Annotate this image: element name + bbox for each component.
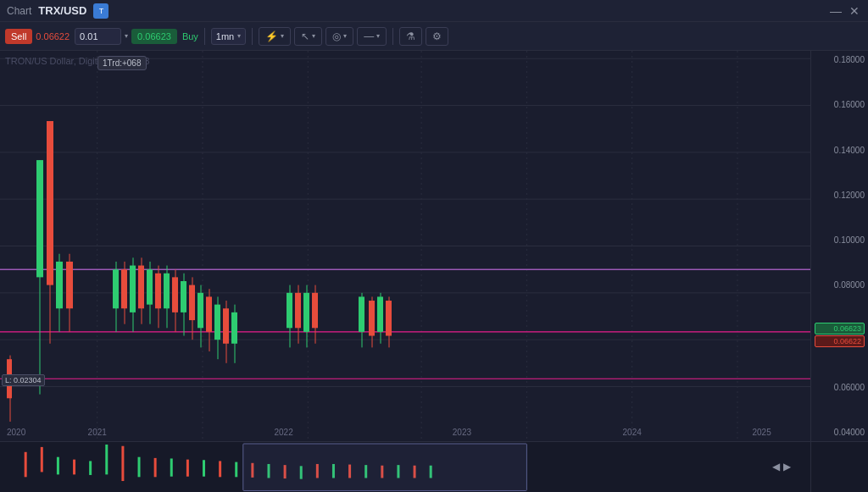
- svg-rect-49: [198, 293, 203, 328]
- svg-rect-77: [73, 460, 75, 475]
- svg-rect-21: [47, 121, 53, 285]
- bottom-nav: ◀ ▶: [753, 442, 810, 492]
- svg-rect-57: [231, 312, 237, 344]
- nav-left-arrow[interactable]: ◀: [772, 461, 780, 473]
- buy-price-button[interactable]: 0.06623: [131, 29, 177, 44]
- svg-rect-19: [36, 160, 43, 277]
- svg-rect-33: [130, 266, 136, 312]
- svg-rect-53: [214, 305, 220, 340]
- price-label-008: 0.08000: [815, 280, 865, 290]
- sell-price: 0.06622: [36, 31, 70, 41]
- svg-rect-69: [369, 301, 375, 335]
- crosshair-chevron: ▾: [343, 32, 347, 40]
- svg-rect-80: [121, 446, 124, 481]
- mini-chart-svg: [0, 442, 810, 492]
- line-tool[interactable]: — ▾: [357, 27, 387, 46]
- svg-rect-47: [189, 285, 195, 320]
- price-label-016: 0.16000: [815, 100, 865, 109]
- chart-canvas: [0, 51, 810, 441]
- buy-price-badge: 0.06623: [815, 323, 865, 334]
- svg-rect-67: [359, 296, 364, 331]
- title-bar-left: Chart TRX/USD T: [7, 3, 108, 19]
- crosshair-tool[interactable]: ◎ ▾: [326, 27, 353, 46]
- line-icon: —: [364, 30, 374, 42]
- svg-rect-39: [155, 274, 161, 308]
- symbol-icon: T: [93, 3, 108, 19]
- svg-rect-82: [154, 458, 157, 477]
- svg-rect-85: [203, 460, 205, 476]
- cursor-chevron: ▾: [312, 32, 315, 40]
- svg-rect-75: [41, 447, 43, 473]
- svg-rect-65: [312, 293, 318, 328]
- quantity-input[interactable]: [75, 28, 121, 45]
- svg-rect-61: [295, 293, 301, 328]
- svg-rect-74: [25, 452, 27, 478]
- svg-rect-25: [66, 262, 73, 308]
- sell-price-badge: 0.06622: [815, 335, 865, 347]
- svg-rect-45: [181, 281, 186, 312]
- svg-rect-59: [287, 293, 292, 328]
- time-label-2025: 2025: [753, 428, 771, 437]
- svg-rect-86: [219, 461, 221, 477]
- svg-rect-37: [147, 269, 153, 304]
- indicators-icon: ⚡: [265, 30, 278, 42]
- time-axis: 2020 2021 2022 2023 2024 2025: [0, 428, 810, 441]
- settings-button[interactable]: ⚙: [426, 27, 448, 46]
- crosshair-icon: ◎: [332, 30, 341, 42]
- svg-rect-55: [223, 308, 229, 343]
- indicators-button[interactable]: ⚡ ▾: [259, 27, 291, 46]
- svg-rect-73: [386, 301, 392, 335]
- svg-rect-84: [186, 460, 189, 477]
- svg-rect-76: [57, 457, 59, 475]
- separator-2: [252, 28, 253, 45]
- line-chevron: ▾: [376, 32, 380, 40]
- gear-icon: ⚙: [432, 30, 442, 42]
- symbol-label: TRX/USD: [38, 4, 86, 17]
- title-bar: Chart TRX/USD T — ✕: [0, 0, 868, 22]
- interval-dropdown[interactable]: 1mn ▾: [211, 28, 246, 45]
- svg-rect-83: [170, 458, 173, 476]
- time-label-2021: 2021: [88, 428, 107, 437]
- time-label-2023: 2023: [453, 428, 471, 437]
- chart-container: TRON/US Dollar, Digital 1Trd:+068 1Trd:+…: [0, 51, 868, 441]
- price-label-010: 0.10000: [815, 235, 865, 245]
- svg-rect-71: [377, 296, 383, 331]
- interval-chevron: ▾: [237, 32, 241, 40]
- svg-rect-41: [164, 274, 170, 308]
- svg-rect-100: [243, 444, 527, 490]
- svg-rect-78: [89, 461, 92, 475]
- chart-title-label: Chart: [7, 5, 31, 17]
- svg-rect-79: [105, 445, 108, 474]
- cursor-icon: ↖: [301, 30, 309, 42]
- chart-main[interactable]: TRON/US Dollar, Digital 1Trd:+068 1Trd:+…: [0, 51, 810, 441]
- time-label-2020: 2020: [7, 428, 25, 437]
- price-label-018: 0.18000: [815, 55, 865, 64]
- quantity-chevron: ▾: [125, 32, 128, 40]
- indicators-chevron: ▾: [281, 32, 284, 40]
- nav-right-arrow[interactable]: ▶: [783, 461, 791, 473]
- svg-rect-51: [206, 296, 212, 331]
- separator-3: [392, 28, 393, 45]
- svg-rect-31: [121, 269, 127, 308]
- svg-rect-23: [56, 262, 63, 308]
- price-axis: 0.18000 0.16000 0.14000 0.12000 0.10000 …: [810, 51, 868, 441]
- flask-icon: ⚗: [406, 30, 415, 42]
- close-button[interactable]: ✕: [848, 4, 861, 18]
- separator-1: [204, 28, 205, 45]
- svg-rect-63: [303, 293, 309, 332]
- price-label-006: 0.06000: [815, 383, 865, 392]
- chart-tooltip: 1Trd:+068: [97, 56, 147, 70]
- time-label-2024: 2024: [623, 428, 642, 437]
- cursor-tool[interactable]: ↖ ▾: [294, 27, 322, 46]
- toolbar: Sell 0.06622 ▾ 0.06623 Buy 1mn ▾ ⚡ ▾ ↖ ▾…: [0, 22, 868, 51]
- mini-chart: ◀ ▶: [0, 441, 868, 492]
- mini-chart-main[interactable]: ◀ ▶: [0, 442, 810, 492]
- minimize-button[interactable]: —: [829, 4, 843, 18]
- price-label-014: 0.14000: [815, 146, 865, 155]
- flask-button[interactable]: ⚗: [399, 27, 422, 46]
- title-bar-controls: — ✕: [829, 4, 861, 18]
- sell-button[interactable]: Sell: [5, 29, 32, 44]
- time-label-2022: 2022: [274, 428, 292, 437]
- buy-label: Buy: [182, 31, 198, 41]
- mini-chart-price-axis: [810, 442, 868, 492]
